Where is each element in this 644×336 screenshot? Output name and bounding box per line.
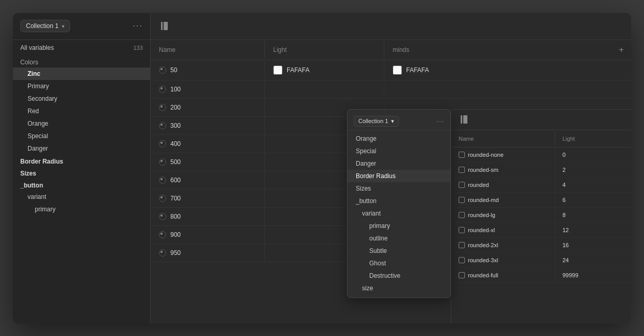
color-circle-icon: [159, 249, 166, 257]
second-table-row: rounded-none 0 0: [451, 147, 631, 163]
add-column-button[interactable]: +: [612, 40, 631, 60]
s-cell-name-rounded-xl: rounded-xl: [451, 223, 555, 237]
dropdown-header: Collection 1 ▾ ···: [347, 113, 450, 130]
panel-toggle-button[interactable]: [159, 20, 170, 32]
s-cell-light-rounded-md[interactable]: 6: [555, 193, 631, 207]
second-table-header: Name Light minds +: [451, 130, 631, 147]
radius-icon: [459, 257, 465, 263]
sidebar-item-orange[interactable]: Orange: [13, 117, 150, 130]
minds-swatch-50: [393, 65, 402, 75]
s-cell-light-rounded-full[interactable]: 99999: [555, 268, 631, 283]
dropdown-item-special[interactable]: Special: [347, 145, 450, 157]
table-row: 50 FAFAFA FAFAFA: [151, 60, 631, 80]
s-cell-light-rounded-xl[interactable]: 12: [555, 223, 631, 237]
second-table-row: rounded-md 6 6: [451, 193, 631, 208]
sidebar-nav: Colors Zinc Primary Secondary Red Orange…: [13, 56, 150, 324]
sidebar-item-variant[interactable]: variant: [13, 191, 150, 203]
colors-group-label: Colors: [13, 56, 150, 68]
color-circle-icon: [159, 158, 166, 166]
dropdown-item-border-radius[interactable]: Border Radius: [347, 170, 450, 182]
color-circle-icon: [159, 213, 166, 220]
second-table-row: rounded-2xl 16 16: [451, 238, 631, 253]
second-panel: Name Light minds + rounded-none 0 0 roun…: [451, 109, 631, 324]
sidebar-more-button[interactable]: ···: [133, 21, 143, 31]
cell-minds-50[interactable]: FAFAFA: [384, 60, 631, 80]
panel-bar-1: [161, 22, 163, 30]
chevron-down-icon: ▾: [62, 23, 64, 29]
panel-bar-2: [164, 22, 168, 30]
all-variables-count: 133: [133, 45, 143, 51]
col-header-name: Name: [151, 41, 265, 59]
dropdown-collection-label: Collection 1: [358, 118, 388, 124]
s-cell-name-rounded-3xl: rounded-3xl: [451, 253, 555, 267]
table-header: Name Light minds +: [151, 40, 631, 60]
dropdown-collection-selector[interactable]: Collection 1 ▾: [354, 116, 399, 127]
second-table-row: rounded-sm 2 2: [451, 163, 631, 178]
second-table-row: rounded 4 4: [451, 178, 631, 193]
dropdown-item-outline[interactable]: outline: [347, 232, 450, 245]
color-circle-icon: [159, 104, 166, 111]
sidebar-item-primary[interactable]: Primary: [13, 80, 150, 92]
second-toolbar: [451, 110, 631, 130]
second-table-row: rounded-xl 12 12: [451, 223, 631, 238]
dropdown-item-subtle[interactable]: Subtle: [347, 245, 450, 257]
cell-name-100: 100: [151, 80, 265, 98]
cell-minds-100[interactable]: [384, 84, 631, 95]
sidebar-item-primary-button[interactable]: primary: [13, 203, 150, 216]
sidebar-item-zinc[interactable]: Zinc: [13, 68, 150, 80]
main-content: Name Light minds + 50 FAFAFA FAFAFA: [151, 13, 631, 324]
color-circle-icon: [159, 177, 166, 184]
dropdown-item-primary[interactable]: primary: [347, 220, 450, 232]
sidebar-item-danger[interactable]: Danger: [13, 142, 150, 155]
s-cell-light-rounded-none[interactable]: 0: [555, 147, 631, 162]
dropdown-item-danger[interactable]: Danger: [347, 157, 450, 170]
sidebar-all-variables-row[interactable]: All variables 133: [13, 40, 150, 56]
main-toolbar: [151, 13, 631, 40]
dropdown-item-destructive[interactable]: Destructive: [347, 270, 450, 282]
s-cell-light-rounded-lg[interactable]: 8: [555, 208, 631, 222]
dropdown-item-sizes[interactable]: Sizes: [347, 182, 450, 195]
minds-value-50: FAFAFA: [406, 66, 429, 74]
panel-bar-3: [461, 115, 462, 124]
collection-selector[interactable]: Collection 1 ▾: [20, 20, 70, 32]
s-cell-name-rounded-sm: rounded-sm: [451, 163, 555, 177]
radius-icon: [459, 242, 465, 248]
cell-light-100[interactable]: [265, 84, 384, 95]
dropdown-item-button[interactable]: _button: [347, 195, 450, 207]
color-circle-icon: [159, 122, 166, 129]
dropdown-item-orange[interactable]: Orange: [347, 132, 450, 145]
row-label-50: 50: [170, 66, 177, 74]
light-value-50: FAFAFA: [287, 66, 310, 74]
sidebar-item-red[interactable]: Red: [13, 105, 150, 117]
cell-light-50[interactable]: FAFAFA: [265, 60, 384, 80]
dropdown-more-button[interactable]: ···: [436, 117, 444, 125]
s-cell-light-rounded-3xl[interactable]: 24: [555, 253, 631, 267]
cell-name-200: 200: [151, 99, 265, 116]
radius-icon: [459, 227, 465, 233]
second-table-row: rounded-full 99999 99999: [451, 268, 631, 283]
second-panel-toggle-button[interactable]: [459, 113, 469, 126]
dropdown-item-ghost[interactable]: Ghost: [347, 257, 450, 270]
border-radius-group-label: Border Radius: [13, 155, 150, 167]
color-circle-icon: [159, 66, 166, 74]
sidebar-item-special[interactable]: Special: [13, 130, 150, 142]
radius-icon: [459, 197, 465, 203]
col-header-minds: minds: [384, 41, 612, 59]
dropdown-menu: Collection 1 ▾ ··· Orange Special Danger…: [347, 109, 451, 298]
s-cell-name-rounded: rounded: [451, 178, 555, 192]
s-cell-light-rounded-sm[interactable]: 2: [555, 163, 631, 177]
cell-name-800: 800: [151, 208, 265, 225]
dropdown-item-size[interactable]: size: [347, 282, 450, 294]
s-cell-light-rounded[interactable]: 4: [555, 178, 631, 192]
sidebar-item-secondary[interactable]: Secondary: [13, 92, 150, 105]
radius-icon: [459, 152, 465, 158]
chevron-down-icon: ▾: [391, 118, 394, 125]
cell-name-500: 500: [151, 153, 265, 171]
cell-name-50: 50: [151, 61, 265, 79]
dropdown-item-variant[interactable]: variant: [347, 207, 450, 220]
sidebar: Collection 1 ▾ ··· All variables 133 Col…: [13, 13, 151, 324]
s-cell-name-rounded-full: rounded-full: [451, 268, 555, 283]
all-variables-label: All variables: [20, 44, 54, 51]
s-cell-light-rounded-2xl[interactable]: 16: [555, 238, 631, 252]
s-cell-name-rounded-2xl: rounded-2xl: [451, 238, 555, 252]
